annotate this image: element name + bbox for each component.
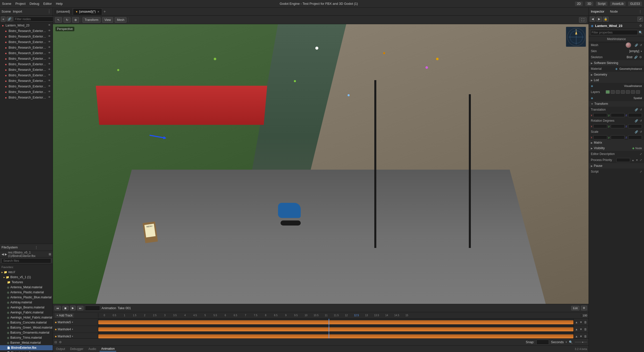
track-bar-area-2[interactable]: [98, 326, 573, 333]
track-up-btn-2[interactable]: ▲: [574, 327, 578, 332]
output-tab-output[interactable]: Output: [54, 347, 67, 351]
software-skinning-header[interactable]: ▶ Software Skinning: [589, 60, 644, 66]
menu-editor[interactable]: Editor: [43, 2, 52, 6]
tree-item-5[interactable]: ■ Bistro_Research_Exterior_Paris_Buil...…: [0, 50, 53, 56]
layer-7[interactable]: [636, 90, 640, 94]
eye-icon-7[interactable]: 👁: [48, 62, 52, 66]
anim-time-input[interactable]: 12.466: [85, 306, 100, 311]
fs-balcony-wood[interactable]: ◎ Balcony_Green_Wood.material: [0, 325, 53, 330]
add-track-btn[interactable]: + Add Track: [55, 313, 74, 318]
eye-icon-4[interactable]: 👁: [48, 46, 52, 49]
insp-history-forward[interactable]: ▶: [596, 17, 602, 22]
fs-nav-forward[interactable]: ▶: [5, 252, 7, 256]
eye-icon-10[interactable]: 👁: [48, 79, 52, 83]
fs-textures[interactable]: 📁 Textures: [0, 280, 53, 285]
track-down-btn-3[interactable]: ▼: [579, 334, 583, 339]
transform-section-header[interactable]: ▼ Transform: [589, 101, 644, 107]
track-delete-btn-3[interactable]: 🗑: [584, 334, 588, 339]
scale-btn[interactable]: ⊕: [72, 17, 79, 23]
layer-3[interactable]: [616, 90, 620, 94]
fs-bistro-interior-fbx[interactable]: 📄 BistroInterior.fbx: [0, 350, 53, 352]
tree-item-8[interactable]: ■ Bistro_Research_Exterior_Paris_Buil...…: [0, 67, 53, 73]
fs-antenna-plastic[interactable]: ◎ Antenna_Plastic.material: [0, 290, 53, 295]
scale-x-input[interactable]: 1: [593, 135, 607, 139]
pp-expand[interactable]: ⤢: [640, 158, 642, 162]
output-tab-animation[interactable]: Animation: [100, 346, 116, 351]
translation-z-input[interactable]: -473.9: [628, 113, 642, 117]
zoom-slider[interactable]: ────●──: [575, 341, 587, 343]
translation-refresh-icon[interactable]: ↺: [640, 108, 642, 111]
assetlib-btn[interactable]: AssetLib: [610, 2, 626, 6]
tree-item-7[interactable]: ■ Bistro_Research_Exterior_Paris_Buil...…: [0, 61, 53, 67]
anim-skip-end-btn[interactable]: ⏭: [77, 306, 83, 310]
menu-project[interactable]: Project: [15, 2, 25, 6]
track-delete-btn-1[interactable]: 🗑: [584, 320, 588, 325]
inspector-options[interactable]: ⋮: [638, 10, 642, 14]
pp-up[interactable]: ▲: [632, 159, 634, 162]
track-chevron-1[interactable]: ▾: [72, 321, 73, 324]
anim-skip-start-btn[interactable]: ⏮: [54, 306, 61, 310]
tree-item-root[interactable]: ■ Lantern_Wind_23 👁: [0, 23, 53, 28]
tree-item-1[interactable]: ■ Bistro_Research_Exterior_Paris_Buil...…: [0, 28, 53, 34]
tree-item-10[interactable]: ■ Bistro_Research_Exterior_Paris_Buil...…: [0, 78, 53, 84]
view-btn[interactable]: View: [102, 17, 113, 23]
track-bar-area-1[interactable]: [98, 319, 573, 326]
tree-item-11[interactable]: ■ Bistro_Research_Exterior_Paris_Buil...…: [0, 84, 53, 89]
fs-balcony-trims[interactable]: ◎ Balcony_Trims.material: [0, 335, 53, 340]
fs-balcony-ornaments[interactable]: ◎ Balcony_Ornaments.material: [0, 330, 53, 335]
layer-1[interactable]: [606, 90, 610, 94]
track-down-btn-1[interactable]: ▼: [579, 320, 583, 325]
output-tab-debugger[interactable]: Debugger: [69, 347, 85, 351]
select-move-btn[interactable]: ↖: [55, 17, 62, 23]
eye-icon-6[interactable]: 👁: [48, 57, 52, 60]
translation-link-icon[interactable]: 🔗: [635, 108, 638, 111]
rotation-x-input[interactable]: -87.04: [593, 124, 607, 128]
eye-icon-11[interactable]: 👁: [48, 85, 52, 88]
eye-icon-3[interactable]: 👁: [48, 40, 52, 44]
fs-awnings-fabric[interactable]: ◎ Awnings_Fabric.material: [0, 310, 53, 315]
pp-down[interactable]: ▼: [636, 159, 638, 162]
menu-debug[interactable]: Debug: [29, 2, 39, 6]
viewport[interactable]: MENU Perspective: [53, 24, 589, 304]
insp-lock-btn[interactable]: 🔒: [603, 17, 608, 22]
fs-options-icon[interactable]: ⋮: [35, 245, 51, 249]
track-bar-area-3[interactable]: [98, 333, 573, 338]
eye-icon-13[interactable]: 👁: [48, 96, 52, 99]
menu-help[interactable]: Help: [56, 2, 63, 6]
fs-awnings-beams[interactable]: ◎ Awnings_Beams.material: [0, 305, 53, 310]
eye-icon-1[interactable]: 👁: [48, 29, 52, 33]
skeleton-options[interactable]: ⚙: [639, 55, 642, 59]
mode-2d-btn[interactable]: 2D: [575, 2, 583, 6]
time-unit-dropdown[interactable]: ▾: [566, 341, 567, 343]
tree-item-3[interactable]: ■ Bistro_Research_Exterior_Paris_Buil...…: [0, 39, 53, 45]
fs-title[interactable]: FileSystem: [2, 245, 18, 249]
layer-5[interactable]: [626, 90, 630, 94]
eye-icon-9[interactable]: 👁: [48, 74, 52, 77]
anim-stop-btn[interactable]: ⏹: [62, 306, 69, 310]
tree-item-9[interactable]: ■ Bistro_Research_Exterior_Paris_Buil...…: [0, 73, 53, 78]
tab-unsaved-1[interactable]: {unsaved}: [54, 8, 72, 15]
anim-play-btn[interactable]: ▶: [70, 306, 76, 310]
geometry-section-header[interactable]: ▶ Geometry: [589, 72, 644, 77]
translation-y-input[interactable]: 319.0: [611, 113, 625, 117]
script-btn[interactable]: Script: [596, 2, 608, 6]
scale-y-input[interactable]: 1: [611, 135, 625, 139]
track-chevron-3[interactable]: ▾: [72, 335, 73, 338]
fullscreen-btn[interactable]: ⛶: [579, 17, 587, 23]
scene-options-icon[interactable]: ⋮: [47, 9, 51, 14]
layer-2[interactable]: [611, 90, 615, 94]
fs-search-input[interactable]: [2, 258, 51, 263]
translation-x-input[interactable]: -110.2: [593, 113, 607, 117]
fs-awnings-hotel[interactable]: ◎ Awnings_Hotel_Fabric.material: [0, 315, 53, 320]
track-up-btn-1[interactable]: ▲: [574, 320, 578, 325]
fs-banner-metal[interactable]: ◎ Banner_Metal.material: [0, 340, 53, 345]
insp-expand-btn[interactable]: ⤢: [637, 17, 643, 22]
track-up-btn-3[interactable]: ▲: [574, 334, 578, 339]
fs-ashtray[interactable]: ◎ Ashtray.material: [0, 300, 53, 305]
insp-history-back[interactable]: ◀: [590, 17, 595, 22]
mesh-refresh-icon[interactable]: ↺: [640, 44, 642, 47]
filter-props-input[interactable]: [590, 30, 638, 35]
fs-antenna-plastic-blue[interactable]: ◎ Antenna_Plastic_Blue.material: [0, 295, 53, 300]
tab-unsaved-2[interactable]: ● {unsaved}(*) ✕: [73, 8, 102, 15]
rotate-btn[interactable]: ↻: [64, 17, 71, 23]
